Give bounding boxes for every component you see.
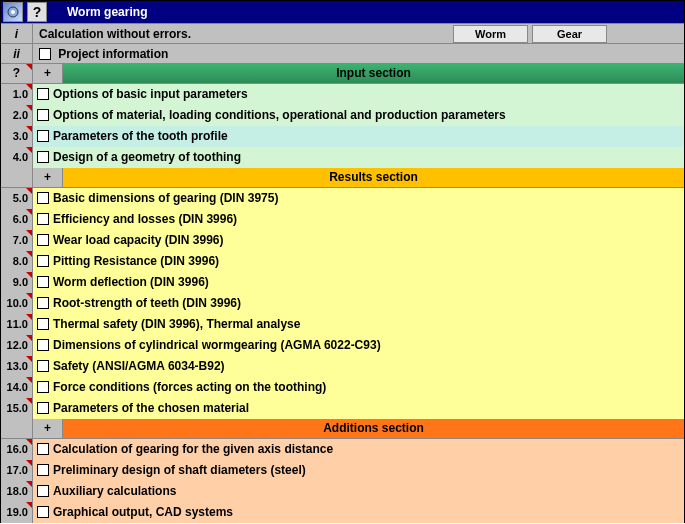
item-content: Options of basic input parameters <box>33 84 684 105</box>
item-content: Wear load capacity (DIN 3996) <box>33 230 684 251</box>
section-input-expand[interactable]: + <box>33 64 63 83</box>
list-item[interactable]: 7.0Wear load capacity (DIN 3996) <box>1 229 684 250</box>
project-info-checkbox[interactable] <box>39 48 51 60</box>
section-input-header: ? + Input section <box>1 63 684 83</box>
list-item[interactable]: 13.0Safety (ANSI/AGMA 6034-B92) <box>1 355 684 376</box>
item-checkbox[interactable] <box>37 339 49 351</box>
item-content: Worm deflection (DIN 3996) <box>33 272 684 293</box>
project-info-row[interactable]: ii Project information <box>1 43 684 63</box>
item-checkbox[interactable] <box>37 318 49 330</box>
item-label: Options of basic input parameters <box>53 87 248 101</box>
section-results-collapse[interactable] <box>1 168 33 187</box>
list-item[interactable]: 4.0Design of a geometry of toothing <box>1 146 684 167</box>
item-label: Parameters of the tooth profile <box>53 129 228 143</box>
item-index: 7.0 <box>1 230 33 251</box>
item-checkbox[interactable] <box>37 464 49 476</box>
item-label: Force conditions (forces acting on the t… <box>53 380 326 394</box>
section-additions-expand[interactable]: + <box>33 419 63 438</box>
item-checkbox[interactable] <box>37 402 49 414</box>
list-item[interactable]: 8.0Pitting Resistance (DIN 3996) <box>1 250 684 271</box>
list-item[interactable]: 15.0Parameters of the chosen material <box>1 397 684 418</box>
tab-worm[interactable]: Worm <box>453 25 528 43</box>
section-results-header: + Results section <box>1 167 684 187</box>
item-checkbox[interactable] <box>37 213 49 225</box>
item-content: Preliminary design of shaft diameters (s… <box>33 460 684 481</box>
status-index: i <box>1 24 33 44</box>
list-item[interactable]: 9.0Worm deflection (DIN 3996) <box>1 271 684 292</box>
item-index: 4.0 <box>1 147 33 168</box>
list-item[interactable]: 5.0Basic dimensions of gearing (DIN 3975… <box>1 187 684 208</box>
item-index: 13.0 <box>1 356 33 377</box>
section-additions-header: + Additions section <box>1 418 684 438</box>
item-checkbox[interactable] <box>37 506 49 518</box>
item-checkbox[interactable] <box>37 485 49 497</box>
item-index: 3.0 <box>1 126 33 147</box>
item-index: 8.0 <box>1 251 33 272</box>
item-label: Safety (ANSI/AGMA 6034-B92) <box>53 359 225 373</box>
item-checkbox[interactable] <box>37 151 49 163</box>
section-input-collapse[interactable]: ? <box>1 64 33 83</box>
item-content: Parameters of the chosen material <box>33 398 684 419</box>
list-item[interactable]: 12.0Dimensions of cylindrical wormgearin… <box>1 334 684 355</box>
item-checkbox[interactable] <box>37 276 49 288</box>
item-index: 2.0 <box>1 105 33 126</box>
list-item[interactable]: 11.0Thermal safety (DIN 3996), Thermal a… <box>1 313 684 334</box>
item-content: Dimensions of cylindrical wormgearing (A… <box>33 335 684 356</box>
item-label: Thermal safety (DIN 3996), Thermal analy… <box>53 317 300 331</box>
list-item[interactable]: 6.0Efficiency and losses (DIN 3996) <box>1 208 684 229</box>
item-checkbox[interactable] <box>37 109 49 121</box>
item-content: Root-strength of teeth (DIN 3996) <box>33 293 684 314</box>
list-item[interactable]: 17.0Preliminary design of shaft diameter… <box>1 459 684 480</box>
help-button[interactable]: ? <box>27 2 47 22</box>
tab-gear[interactable]: Gear <box>532 25 607 43</box>
item-checkbox[interactable] <box>37 130 49 142</box>
item-index: 5.0 <box>1 188 33 209</box>
item-index: 12.0 <box>1 335 33 356</box>
status-text: Calculation without errors. <box>39 27 451 41</box>
list-item[interactable]: 1.0Options of basic input parameters <box>1 83 684 104</box>
item-index: 19.0 <box>1 502 33 523</box>
item-index: 18.0 <box>1 481 33 502</box>
item-label: Basic dimensions of gearing (DIN 3975) <box>53 191 278 205</box>
list-item[interactable]: 14.0Force conditions (forces acting on t… <box>1 376 684 397</box>
list-item[interactable]: 18.0Auxiliary calculations <box>1 480 684 501</box>
list-item[interactable]: 2.0Options of material, loading conditio… <box>1 104 684 125</box>
item-checkbox[interactable] <box>37 443 49 455</box>
item-index: 11.0 <box>1 314 33 335</box>
list-item[interactable]: 3.0Parameters of the tooth profile <box>1 125 684 146</box>
section-additions-collapse[interactable] <box>1 419 33 438</box>
item-label: Pitting Resistance (DIN 3996) <box>53 254 219 268</box>
item-label: Efficiency and losses (DIN 3996) <box>53 212 237 226</box>
item-checkbox[interactable] <box>37 381 49 393</box>
item-label: Design of a geometry of toothing <box>53 150 241 164</box>
item-label: Dimensions of cylindrical wormgearing (A… <box>53 338 381 352</box>
project-info-label: Project information <box>58 47 168 61</box>
item-checkbox[interactable] <box>37 192 49 204</box>
svg-point-1 <box>11 10 15 14</box>
item-index: 9.0 <box>1 272 33 293</box>
item-index: 17.0 <box>1 460 33 481</box>
item-index: 10.0 <box>1 293 33 314</box>
item-index: 14.0 <box>1 377 33 398</box>
item-index: 1.0 <box>1 84 33 105</box>
app-title: Worm gearing <box>67 5 147 19</box>
item-checkbox[interactable] <box>37 297 49 309</box>
title-bar: ? Worm gearing <box>1 1 684 23</box>
list-item[interactable]: 19.0Graphical output, CAD systems <box>1 501 684 522</box>
list-item[interactable]: 10.0Root-strength of teeth (DIN 3996) <box>1 292 684 313</box>
item-content: Basic dimensions of gearing (DIN 3975) <box>33 188 684 209</box>
item-content: Design of a geometry of toothing <box>33 147 684 168</box>
item-label: Wear load capacity (DIN 3996) <box>53 233 224 247</box>
section-results-expand[interactable]: + <box>33 168 63 187</box>
item-checkbox[interactable] <box>37 234 49 246</box>
item-label: Calculation of gearing for the given axi… <box>53 442 333 456</box>
item-checkbox[interactable] <box>37 255 49 267</box>
item-checkbox[interactable] <box>37 88 49 100</box>
list-item[interactable]: 16.0Calculation of gearing for the given… <box>1 438 684 459</box>
status-row: i Calculation without errors. Worm Gear <box>1 23 684 43</box>
item-label: Worm deflection (DIN 3996) <box>53 275 209 289</box>
item-label: Options of material, loading conditions,… <box>53 108 506 122</box>
section-input-title: Input section <box>63 64 684 83</box>
item-index: 6.0 <box>1 209 33 230</box>
item-checkbox[interactable] <box>37 360 49 372</box>
